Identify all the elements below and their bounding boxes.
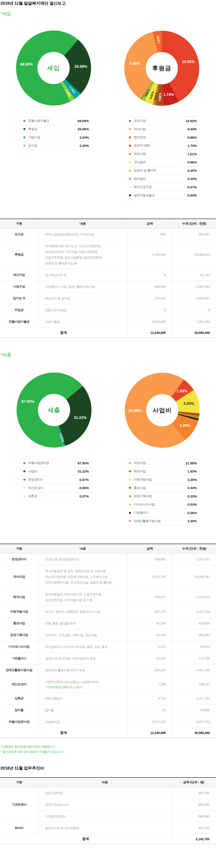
- amount-cell: 421,740: [172, 822, 216, 834]
- category-cell: 차월사업준비금: [0, 716, 38, 728]
- legend-dot-icon: [129, 512, 131, 514]
- amount-cell: 0: [128, 269, 173, 281]
- total-amount: 12,249,685: [128, 328, 173, 338]
- category-cell: 잡지출: [0, 704, 38, 716]
- table-row: 자원개발사업미디어, 온라인, CSR협력, 회원서비스사업397,7753,4…: [0, 606, 216, 618]
- legend-dot-icon: [23, 470, 25, 472]
- legend-item: 상환금0.07%: [23, 492, 89, 501]
- legend-value: 68.69%: [78, 119, 89, 123]
- legend-label: 해외긴급구호: [134, 185, 187, 189]
- legend-value: 67.90%: [78, 461, 89, 465]
- content-cell: 장애인 등 취약계층 사회적일자리 제공: [38, 653, 128, 664]
- legend-item: 차월사업준비금67.90%: [23, 459, 89, 467]
- content-cell: 인건비 등 재단운영관리비: [38, 554, 128, 565]
- revenue-table: 구분내용금액누계 (단위 : 천원)보조금위탁시설운영지원보조금, 기타보조금6…: [0, 219, 216, 338]
- slice-label: 10.92%: [182, 60, 195, 64]
- legend-value: 0.33%: [187, 177, 197, 181]
- table-row: 기빙플러스장애인 등 취약계층 사회적일자리 제공32,067171,706: [0, 653, 216, 664]
- donut-center-label: 후원금: [152, 64, 172, 72]
- content-cell: 국내(장애아동, 독거노인, 저소득가정)후원,해외(보건의료, 지역개발, 아…: [38, 240, 128, 269]
- cumulative-cell: 1,327,971: [173, 554, 216, 565]
- legend-item: 법인운영0.86%: [128, 133, 197, 142]
- donut-center-label: 사업비: [153, 406, 172, 414]
- cumulative-cell: 33,656: [173, 704, 216, 716]
- donation-donut-chart: 10.92%1.74%0.86%0.33%0.86%0.45%9.40%1.01…: [124, 31, 199, 106]
- legend-label: 사업수입: [28, 135, 79, 139]
- cumulative-cell: 54,633: [173, 641, 216, 653]
- category-cell: 보조금: [0, 228, 38, 240]
- legend-dot-icon: [23, 136, 25, 138]
- cumulative-cell: 7,081,993: [173, 316, 216, 328]
- legend-value: 0.03%: [187, 502, 197, 506]
- slice-label: 68.69%: [20, 62, 33, 67]
- table-row: 사업수입기빙플러스 사업, 장애인활동지원사업409,6964,557,352: [0, 281, 216, 292]
- amount-cell: 8,413,965: [128, 316, 173, 328]
- cumulative-cell: 394,882: [173, 629, 216, 641]
- slice-label: 0.87%: [59, 433, 65, 442]
- legend-item: 경영기획사업0.33%: [128, 492, 197, 501]
- cumulative-cell: 194,112: [173, 676, 216, 693]
- legend-item: 해외긴급구호0.07%: [128, 183, 197, 191]
- amount-cell: 397,775: [128, 606, 173, 618]
- table-row: 보조금위탁시설운영지원보조금, 기타보조금600559,387: [0, 228, 216, 240]
- legend-value: 2.29%: [79, 144, 89, 148]
- legend-dot-icon: [129, 145, 131, 147]
- column-header: 구분: [0, 777, 38, 787]
- legend-dot-icon: [23, 128, 25, 130]
- content-cell: 기타법인운영비: [38, 811, 172, 822]
- legend-label: 재산조성비: [28, 486, 78, 490]
- cumulative-cell: 418,000: [173, 618, 216, 629]
- content-cell: 정기예금이자 외: [38, 269, 128, 281]
- legend-value: 0.86%: [187, 135, 197, 139]
- amount-cell: 600: [128, 228, 173, 240]
- amount-cell: 236,827: [128, 588, 173, 606]
- donut-center-label: 세출: [48, 406, 60, 414]
- amount-cell: 568,980: [172, 811, 216, 822]
- amount-cell: 279,961: [128, 292, 173, 304]
- amount-cell: 392,167: [128, 664, 173, 676]
- legend-dot-icon: [129, 495, 131, 497]
- amount-cell: 52: [128, 704, 173, 716]
- legend-item: 국내사업21.88%: [128, 459, 197, 467]
- promo-expense-title: 2018년 11월 업무추진비: [0, 765, 44, 771]
- legend-label: 생명의 빛 홈타운: [134, 168, 187, 173]
- cumulative-cell: 2,869,637: [173, 292, 216, 304]
- promo-expense-table: 구분내용금액 (단위 : 원)기관운영비유관기관미팅352,000유관기관경조사…: [0, 777, 216, 844]
- legend-label: 해외사업: [134, 469, 187, 473]
- legend-item: 재산조성비-0.06%: [23, 484, 89, 492]
- legend-item: 디아코니아사업0.03%: [128, 501, 197, 509]
- content-cell: 해외아동결연, 해외아동교육, 긴급구호지원보건의료사업, 지역개발사업 등 지…: [38, 588, 128, 606]
- amount-cell: 352,000: [172, 787, 216, 799]
- content-cell: 기본재산취득, 임차보증금, 시설장비유지* 임차보증금 반환으로 (-) 결산: [38, 676, 128, 693]
- legend-label: 장애인활동지원사업: [134, 519, 187, 523]
- category-cell: 해외사업: [0, 588, 38, 606]
- total-row: 합계12,249,68539,566,440: [0, 728, 216, 738]
- legend-item: 사업수입3.34%: [23, 133, 89, 142]
- category-cell: 디아코니아사업: [0, 641, 38, 653]
- column-header: 누계 (단위 : 천원): [173, 544, 216, 554]
- amount-cell: 4,272: [128, 641, 173, 653]
- legend-dot-icon: [129, 136, 131, 138]
- content-cell: 장애인의 활동지원서비스 제공: [38, 664, 128, 676]
- legend-label: 운영관리비: [28, 477, 79, 482]
- legend-item: 해외사업1.93%: [128, 467, 197, 476]
- legend-dot-icon: [129, 462, 131, 464]
- total-label: 합계: [0, 328, 128, 338]
- content-cell: 교육연구, 조직강화, 기획사업, 전산개발: [38, 629, 128, 641]
- amount-cell: 0: [128, 304, 173, 316]
- table-row: 차월사업준비금사업준비금8,317,1018,317,101: [0, 716, 216, 728]
- revenue-donut-chart: 25.68%3.34%2.29%68.69% 세입: [16, 30, 91, 105]
- category-cell: 기관운영비: [0, 787, 38, 822]
- slice-label: 67.90%: [22, 399, 34, 404]
- legend-value: 1.74%: [187, 144, 197, 148]
- column-header: 금액: [128, 219, 173, 228]
- legend-label: 국내사업: [134, 461, 186, 465]
- legend-dot-icon: [129, 520, 131, 522]
- table-row: 기관운영비유관기관미팅352,000: [0, 787, 216, 799]
- content-cell: 리더쉽세미나, 디아코니아트립, 출판, 모금, 홍보: [38, 641, 128, 653]
- category-cell: 국내사업: [0, 565, 38, 588]
- category-cell: 재산조성비: [0, 676, 38, 693]
- legend-label: 디아코니아사업: [134, 502, 187, 506]
- legend-value: 25.68%: [78, 127, 89, 131]
- legend-label: 해외사업: [134, 152, 187, 156]
